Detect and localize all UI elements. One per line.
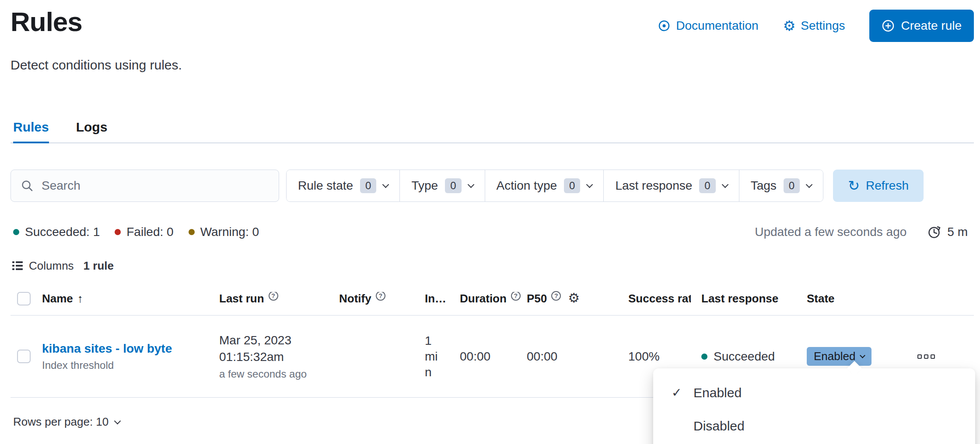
tab-logs-label: Logs [76,120,108,134]
chevron-down-icon [806,181,813,188]
question-in-circle-icon[interactable]: ? [269,292,278,301]
page-subtitle: Detect conditions using rules. [10,58,974,73]
check-icon: ✓ [672,385,685,401]
state-value: Enabled [814,350,855,363]
column-header-p50: P50 ? ⚙ [527,291,628,306]
tab-rules[interactable]: Rules [13,120,49,142]
filter-action-type-label: Action type [497,179,557,193]
state-dropdown-button[interactable]: Enabled [807,347,872,366]
state-option-enabled-label: Enabled [693,385,742,401]
filter-group: Rule state 0 Type 0 Action type 0 Last r… [286,170,823,202]
row-checkbox-cell [10,350,42,363]
cell-last-response: Succeeded [701,350,807,364]
table-toolbar: Columns 1 rule [12,258,974,274]
gear-icon: ⚙ [783,19,796,33]
create-rule-label: Create rule [901,19,962,33]
state-option-disabled[interactable]: Disabled [653,409,975,443]
last-run-time: 01:15:32am [219,349,339,365]
table-header-row: Name ↑ Last run ? Notify ? Interval Dura… [10,282,974,316]
column-header-last-run: Last run ? [219,292,339,305]
last-run-relative: a few seconds ago [219,367,339,381]
boxes-horizontal-icon [924,354,928,359]
tab-rules-label: Rules [13,120,49,134]
columns-button[interactable]: Columns [12,259,74,273]
column-header-name[interactable]: Name ↑ [42,292,219,305]
last-response-value: Succeeded [714,350,775,364]
refresh-button[interactable]: ↻ Refresh [833,170,924,202]
p50-header-label: P50 [527,292,547,305]
cell-duration: 00:00 [460,350,527,364]
cell-name: kibana sites - low byte Index threshold [42,342,219,371]
succeeded-label: Succeeded: 1 [25,225,100,239]
column-header-notify: Notify ? [339,292,425,305]
filter-action-type[interactable]: Action type 0 [485,170,604,201]
filter-type-count: 0 [445,178,461,193]
chevron-down-icon [467,181,474,188]
question-in-circle-icon[interactable]: ? [376,292,385,301]
state-option-disabled-label: Disabled [693,418,745,434]
status-succeeded: Succeeded: 1 [13,225,100,239]
state-option-enabled[interactable]: ✓ Enabled [653,376,975,409]
question-in-circle-icon[interactable]: ? [551,291,561,301]
column-header-state: State [807,292,909,305]
cell-last-run: Mar 25, 2023 01:15:32am a few seconds ag… [219,332,339,381]
success-rate-header-label: Success rate [628,292,691,305]
rows-per-page-button[interactable]: Rows per page: 10 [13,415,120,429]
create-rule-button[interactable]: Create rule [869,10,974,42]
time-refresh-icon [927,225,942,239]
documentation-link[interactable]: Documentation [658,19,758,33]
filter-rule-state[interactable]: Rule state 0 [287,170,399,201]
filter-last-response-label: Last response [615,179,692,193]
tabs: Rules Logs [10,120,974,143]
rule-count-label: 1 rule [84,259,114,273]
select-all-checkbox[interactable] [17,292,31,305]
page-header: Rules Documentation ⚙ Settings Create ru… [10,6,974,42]
cell-interval: 1 min [425,333,460,380]
search-box [10,170,279,202]
auto-refresh-control[interactable]: 5 m [927,225,968,239]
filter-rule-state-count: 0 [360,178,376,193]
column-header-interval: Interval [425,292,460,305]
filter-tags[interactable]: Tags 0 [739,170,823,201]
rule-name-link[interactable]: kibana sites - low byte [42,342,178,356]
documentation-label: Documentation [676,19,758,33]
columns-icon [12,260,23,271]
header-checkbox-cell [10,292,42,305]
column-header-success-rate: Success rate [628,292,701,305]
succeeded-dot-icon [701,354,707,360]
row-actions-button[interactable] [909,354,944,359]
row-checkbox[interactable] [17,350,31,363]
chevron-down-icon [860,353,866,358]
columns-label: Columns [29,259,74,273]
cell-success-rate: 100% [628,350,701,364]
last-response-header-label: Last response [701,292,778,305]
documentation-icon [658,19,671,32]
status-warning: Warning: 0 [189,225,259,239]
question-in-circle-icon[interactable]: ? [511,292,521,301]
failed-dot-icon [115,229,121,235]
filter-type[interactable]: Type 0 [399,170,484,201]
auto-refresh-label: 5 m [947,225,968,239]
name-header-label: Name [42,292,73,305]
plus-in-circle-icon [882,19,895,32]
search-input[interactable] [41,178,269,193]
warning-label: Warning: 0 [200,225,259,239]
interval-header-label: Interval [425,292,449,305]
state-popover: ✓ Enabled Disabled [653,368,975,444]
succeeded-dot-icon [13,229,19,235]
column-header-duration: Duration ? [460,292,527,305]
cell-state: Enabled [807,347,909,366]
rules-page: Rules Documentation ⚙ Settings Create ru… [0,0,980,444]
notify-header-label: Notify [339,292,371,305]
last-run-date: Mar 25, 2023 [219,332,339,349]
tab-logs[interactable]: Logs [76,120,108,142]
refresh-label: Refresh [866,179,909,193]
filter-last-response-count: 0 [699,178,715,193]
filter-last-response[interactable]: Last response 0 [603,170,738,201]
p50-settings-gear-icon[interactable]: ⚙ [568,291,580,305]
boxes-horizontal-icon [917,354,922,359]
column-header-last-response: Last response [701,292,807,305]
search-icon [21,179,34,192]
settings-link[interactable]: ⚙ Settings [783,19,845,33]
boxes-horizontal-icon [931,354,935,359]
